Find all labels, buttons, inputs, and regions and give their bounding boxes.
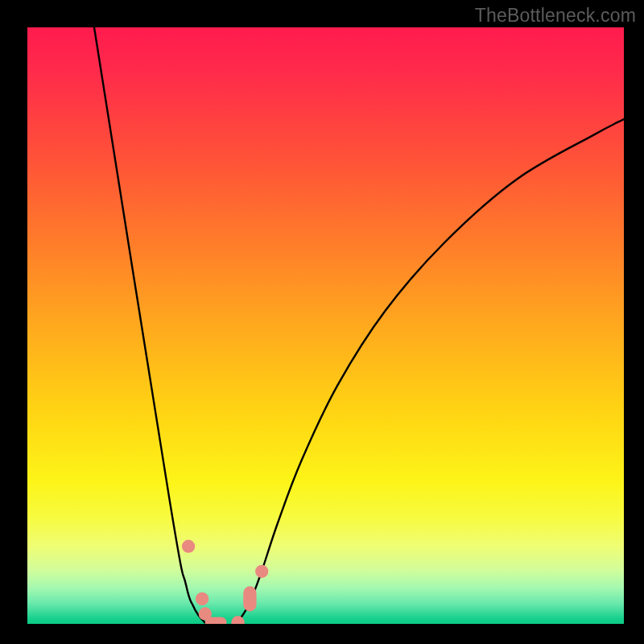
data-marker <box>205 617 227 624</box>
curve-right-branch <box>237 119 624 622</box>
data-marker <box>196 592 208 605</box>
data-marker <box>255 565 268 578</box>
data-marker <box>182 540 195 553</box>
chart-frame: TheBottleneck.com <box>0 0 644 644</box>
data-marker <box>243 586 256 611</box>
curve-layer <box>27 27 624 624</box>
plot-area <box>27 27 624 624</box>
watermark-text: TheBottleneck.com <box>475 5 636 27</box>
curve-left-branch <box>94 27 205 623</box>
